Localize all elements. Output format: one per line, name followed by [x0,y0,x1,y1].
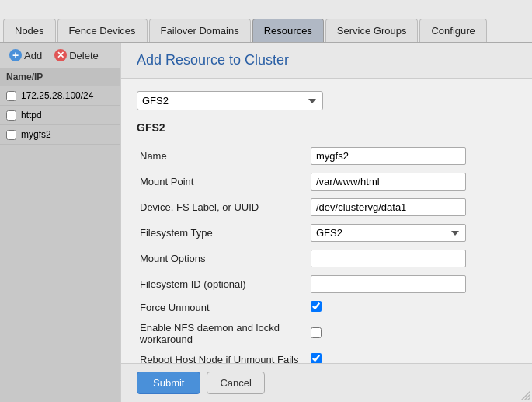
modal-dialog: Add Resource to Cluster GFS2 IP Address … [120,43,532,402]
nfs-daemon-checkbox[interactable] [311,327,322,338]
reboot-checkbox[interactable] [311,353,322,363]
field-mount-point-label: Mount Point [137,169,308,194]
field-mount-options-label: Mount Options [137,246,308,271]
tab-fence-devices[interactable]: Fence Devices [57,19,148,42]
list-item-1[interactable]: httpd [0,106,120,125]
field-mount-options-row: Mount Options [137,246,516,271]
field-reboot-row: Reboot Host Node if Unmount Fails [137,349,516,363]
list-item-0[interactable]: 172.25.28.100/24 [0,86,120,106]
field-fs-type-label: Filesystem Type [137,220,308,246]
field-mount-point-row: Mount Point [137,169,516,194]
add-icon: + [9,49,22,61]
main-area: + Add ✕ Delete Name/IP 172.25.28.100/24 … [0,43,532,402]
tab-configure[interactable]: Configure [419,19,486,42]
tab-nodes[interactable]: Nodes [3,19,56,42]
field-device-label: Device, FS Label, or UUID [137,194,308,220]
section-title: GFS2 [137,121,516,134]
list-item-2[interactable]: mygfs2 [0,125,120,145]
field-nfs-daemon-label: Enable NFS daemon and lockd workaround [137,318,308,349]
sidebar-toolbar: + Add ✕ Delete [0,43,120,68]
tab-failover-domains[interactable]: Failover Domains [149,19,251,42]
delete-icon: ✕ [54,49,67,61]
tab-service-groups[interactable]: Service Groups [325,19,419,42]
list-item-label-1: httpd [21,110,42,121]
modal-header: Add Resource to Cluster [121,43,532,79]
submit-button[interactable]: Submit [137,372,200,394]
top-nav: Nodes Fence Devices Failover Domains Res… [0,0,532,43]
field-fs-type-row: Filesystem Type GFS2 ext3 ext4 xfs [137,220,516,246]
force-unmount-checkbox[interactable] [311,301,322,312]
modal-footer: Submit Cancel [121,363,532,402]
mount-options-input[interactable] [311,250,466,267]
list-item-label-2: mygfs2 [21,129,51,140]
add-button[interactable]: + Add [6,47,45,63]
field-force-unmount-row: Force Unmount [137,297,516,318]
name-input[interactable] [311,147,466,165]
field-device-row: Device, FS Label, or UUID [137,194,516,220]
mount-point-input[interactable] [311,173,466,191]
svg-line-1 [524,394,530,400]
resource-type-row: GFS2 IP Address NFS Mount Script [137,91,516,110]
field-name-row: Name [137,143,516,169]
cancel-button[interactable]: Cancel [207,372,264,394]
field-name-label: Name [137,143,308,169]
device-input[interactable] [311,198,466,216]
field-force-unmount-label: Force Unmount [137,297,308,318]
add-label: Add [24,50,42,61]
form-table: Name Mount Point Device, FS Label, or UU… [137,143,516,363]
list-item-checkbox-1[interactable] [6,110,16,121]
field-nfs-daemon-row: Enable NFS daemon and lockd workaround [137,318,516,349]
list-item-label-0: 172.25.28.100/24 [21,90,93,101]
list-item-checkbox-2[interactable] [6,130,16,140]
delete-label: Delete [69,50,99,61]
tab-resources[interactable]: Resources [252,19,324,42]
modal-title: Add Resource to Cluster [137,52,289,68]
fs-type-select[interactable]: GFS2 ext3 ext4 xfs [311,224,466,242]
delete-button[interactable]: ✕ Delete [51,47,102,63]
field-reboot-label: Reboot Host Node if Unmount Fails [137,349,308,363]
field-fs-id-row: Filesystem ID (optional) [137,271,516,297]
resize-handle-icon[interactable] [521,391,530,400]
modal-body: GFS2 IP Address NFS Mount Script GFS2 Na… [121,79,532,363]
resource-type-select[interactable]: GFS2 IP Address NFS Mount Script [137,91,323,110]
sidebar: + Add ✕ Delete Name/IP 172.25.28.100/24 … [0,43,120,402]
field-fs-id-label: Filesystem ID (optional) [137,271,308,297]
svg-line-2 [527,397,530,400]
list-item-checkbox-0[interactable] [6,91,16,101]
sidebar-column-header: Name/IP [0,68,120,86]
fs-id-input[interactable] [311,275,466,293]
